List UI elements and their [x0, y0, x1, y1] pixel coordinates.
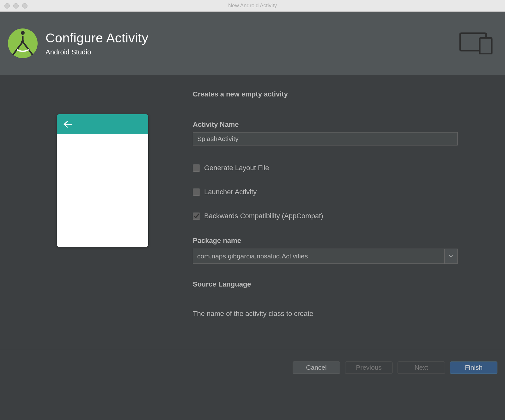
source-language-underline [193, 296, 458, 296]
close-window-button[interactable] [4, 3, 10, 9]
backwards-compat-label: Backwards Compatibility (AppCompat) [204, 212, 323, 220]
chevron-down-icon [449, 255, 453, 257]
template-topbar [57, 114, 148, 134]
header-banner: Configure Activity Android Studio [0, 12, 505, 75]
generate-layout-checkbox[interactable] [193, 164, 200, 172]
maximize-window-button[interactable] [22, 3, 27, 9]
svg-point-1 [21, 40, 24, 43]
activity-name-label: Activity Name [193, 120, 457, 129]
footer-bar: Cancel Previous Next Finish [0, 350, 505, 385]
android-studio-logo [8, 28, 38, 58]
devices-icon [459, 32, 493, 54]
header-subtitle: Android Studio [46, 48, 149, 56]
minimize-window-button[interactable] [13, 3, 19, 9]
backwards-compat-checkbox[interactable] [193, 213, 200, 220]
activity-name-input[interactable] [193, 132, 458, 145]
generate-layout-label: Generate Layout File [204, 164, 269, 172]
traffic-lights [4, 3, 27, 9]
generate-layout-row: Generate Layout File [193, 164, 457, 172]
package-name-dropdown-button[interactable] [444, 249, 458, 264]
launcher-activity-label: Launcher Activity [204, 188, 257, 196]
help-text: The name of the activity class to create [193, 310, 457, 318]
package-name-dropdown [193, 249, 458, 264]
previous-button[interactable]: Previous [345, 361, 392, 374]
main-content: Creates a new empty activity Activity Na… [0, 75, 505, 385]
launcher-activity-row: Launcher Activity [193, 188, 457, 196]
launcher-activity-checkbox[interactable] [193, 188, 200, 196]
form-area: Activity Name Generate Layout File Launc… [193, 120, 457, 318]
header-left: Configure Activity Android Studio [8, 28, 149, 58]
back-arrow-icon [63, 120, 73, 128]
title-bar: New Android Activity [0, 0, 505, 12]
source-language-label: Source Language [193, 280, 457, 288]
svg-rect-3 [480, 38, 492, 54]
next-button[interactable]: Next [398, 361, 445, 374]
intro-text: Creates a new empty activity [193, 90, 457, 98]
template-preview [57, 114, 148, 247]
package-name-label: Package name [193, 237, 457, 245]
header-title: Configure Activity [46, 31, 149, 46]
template-body [57, 134, 148, 247]
header-titles: Configure Activity Android Studio [46, 31, 149, 56]
package-name-input[interactable] [193, 249, 444, 264]
finish-button[interactable]: Finish [450, 361, 497, 374]
window-title: New Android Activity [228, 3, 277, 9]
cancel-button[interactable]: Cancel [293, 361, 340, 374]
backwards-compat-row: Backwards Compatibility (AppCompat) [193, 212, 457, 220]
